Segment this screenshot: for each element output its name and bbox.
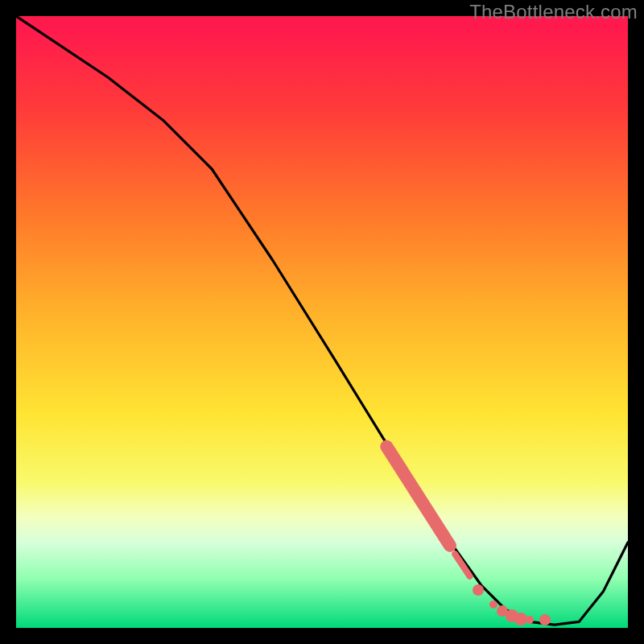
bottleneck-curve — [16, 16, 628, 628]
data-marker-5 — [526, 616, 534, 624]
plot-area — [16, 16, 628, 628]
curve-path — [16, 16, 628, 625]
data-marker-6 — [539, 614, 551, 625]
brand-watermark: TheBottleneck.com — [469, 1, 638, 23]
chart-stage: TheBottleneck.com — [0, 0, 644, 644]
data-marker-0 — [473, 584, 484, 596]
data-marker-1 — [489, 601, 497, 609]
